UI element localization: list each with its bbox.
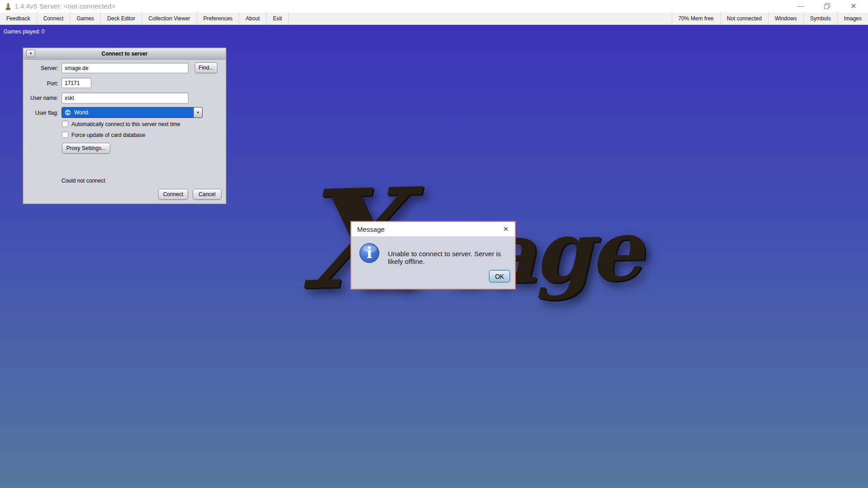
cancel-button[interactable]: Cancel: [193, 189, 222, 200]
menu-collection-viewer[interactable]: Collection Viewer: [142, 13, 197, 24]
menu-exit[interactable]: Exit: [267, 13, 289, 24]
message-dialog: Message ✕ i Unable to connect to server.…: [350, 221, 516, 290]
menu-symbols[interactable]: Symbols: [803, 13, 837, 24]
find-button[interactable]: Find...: [195, 62, 217, 73]
message-dialog-titlebar[interactable]: Message: [351, 222, 515, 236]
globe-icon: [65, 109, 71, 116]
status-connection: Not connected: [720, 13, 768, 24]
games-played-label: Games played: 0: [4, 28, 45, 35]
close-button[interactable]: ✕: [843, 0, 864, 13]
port-input[interactable]: [61, 78, 91, 88]
force-update-checkbox[interactable]: [62, 131, 68, 138]
userflag-label: User flag:: [23, 110, 58, 116]
connect-button[interactable]: Connect: [158, 189, 188, 200]
chevron-down-icon: ▼: [196, 111, 200, 115]
status-mem-free: 70% Mem free: [672, 13, 720, 24]
restore-button[interactable]: [817, 0, 838, 13]
menu-games[interactable]: Games: [70, 13, 101, 24]
connect-status-text: Could not connect: [61, 178, 105, 184]
frame-menu-button[interactable]: ▼: [26, 50, 35, 57]
message-text: Unable to connect to server. Server is l…: [388, 250, 515, 265]
menubar: Feedback Connect Games Deck Editor Colle…: [0, 13, 868, 25]
userflag-value: World: [74, 109, 88, 116]
message-dialog-title: Message: [357, 225, 385, 233]
menu-images[interactable]: Images: [837, 13, 868, 24]
userflag-dropdown-button[interactable]: ▼: [193, 108, 202, 117]
connect-dialog: Connect to server ▼ Server: Find... Port…: [23, 47, 226, 204]
port-label: Port:: [23, 80, 58, 87]
auto-connect-label: Automatically connect to this server nex…: [71, 121, 180, 127]
close-icon: ✕: [850, 3, 856, 10]
menu-connect[interactable]: Connect: [37, 13, 71, 24]
info-icon: i: [359, 243, 379, 263]
desktop: Games played: 0 XMage Connect to server …: [0, 25, 868, 488]
restore-icon: [824, 3, 830, 9]
window-title: 1.4.4v5 Server: <not connected>: [14, 2, 116, 10]
userflag-combobox[interactable]: World ▼: [61, 107, 203, 118]
username-label: User name:: [23, 95, 58, 101]
message-close-button[interactable]: ✕: [497, 222, 515, 236]
minimize-button[interactable]: [790, 0, 811, 13]
minimize-icon: [797, 6, 804, 7]
app-icon: [4, 2, 12, 10]
auto-connect-checkbox[interactable]: [62, 121, 68, 127]
menubar-spacer: [289, 13, 672, 24]
close-icon: ✕: [503, 225, 509, 233]
proxy-settings-button[interactable]: Proxy Settings...: [62, 143, 110, 154]
menu-about[interactable]: About: [239, 13, 266, 24]
menu-windows[interactable]: Windows: [768, 13, 803, 24]
username-input[interactable]: [61, 93, 189, 103]
menu-deck-editor[interactable]: Deck Editor: [101, 13, 142, 24]
window-titlebar: 1.4.4v5 Server: <not connected> ✕: [0, 0, 868, 13]
connect-dialog-title: Connect to server: [101, 51, 147, 57]
menu-preferences[interactable]: Preferences: [197, 13, 240, 24]
chevron-down-icon: ▼: [29, 52, 33, 56]
force-update-label: Force update of card database: [71, 132, 145, 138]
server-input[interactable]: [61, 63, 189, 73]
ok-button[interactable]: OK: [489, 270, 510, 282]
userflag-selected: World: [62, 108, 193, 117]
server-label: Server:: [23, 65, 58, 71]
menu-feedback[interactable]: Feedback: [0, 13, 37, 24]
connect-dialog-titlebar[interactable]: Connect to server: [24, 48, 226, 60]
